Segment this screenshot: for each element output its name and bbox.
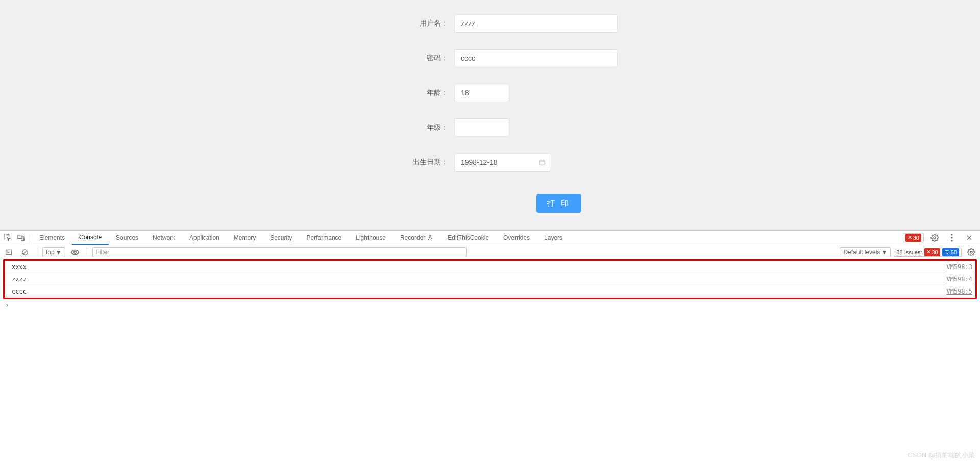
tab-application[interactable]: Application <box>182 231 227 245</box>
label-grade: 年级： <box>286 123 454 132</box>
row-submit: 打 印 <box>286 194 694 213</box>
label-password: 密码： <box>286 54 454 63</box>
separator <box>37 248 37 257</box>
input-age[interactable] <box>454 84 509 102</box>
tab-console[interactable]: Console <box>72 231 109 245</box>
console-row[interactable]: cccc VM598:5 <box>5 285 975 298</box>
more-icon[interactable] <box>945 231 959 245</box>
context-selector[interactable]: top ▼ <box>42 247 65 257</box>
input-grade[interactable] <box>454 118 509 137</box>
sidebar-toggle-icon[interactable] <box>2 246 15 259</box>
device-toggle-icon[interactable] <box>14 231 28 245</box>
close-icon[interactable] <box>963 231 976 245</box>
issues-info-badge: 🗨 58 <box>942 248 959 256</box>
row-birth: 出生日期： 1998-12-18 <box>286 153 694 172</box>
separator <box>30 233 30 242</box>
svg-point-8 <box>934 237 936 239</box>
devtools-tabs: Elements Console Sources Network Applica… <box>32 231 900 245</box>
issues-label: 88 Issues: <box>896 249 922 255</box>
label-age: 年龄： <box>286 88 454 98</box>
levels-label: Default levels <box>843 249 880 256</box>
separator <box>87 248 87 257</box>
console-source-link[interactable]: VM598:4 <box>946 276 972 283</box>
tab-recorder[interactable]: Recorder <box>393 231 440 245</box>
error-pill[interactable]: ✕ 30 <box>903 233 924 242</box>
input-birth-wrap[interactable]: 1998-12-18 <box>454 153 551 172</box>
console-row[interactable]: xxxx VM598:3 <box>5 261 975 273</box>
tab-security[interactable]: Security <box>263 231 299 245</box>
svg-point-19 <box>970 251 972 253</box>
error-count: 30 <box>913 235 919 241</box>
tab-performance[interactable]: Performance <box>300 231 349 245</box>
issues-error-badge: ✕ 30 <box>924 248 940 256</box>
label-birth: 出生日期： <box>286 158 454 167</box>
tab-lighthouse[interactable]: Lighthouse <box>349 231 393 245</box>
issues-pill[interactable]: 88 Issues: ✕ 30 🗨 58 <box>894 248 962 257</box>
console-toolbar: top ▼ Filter Default levels ▼ 88 Issues:… <box>0 245 980 259</box>
chevron-down-icon: ▼ <box>56 249 62 256</box>
label-username: 用户名： <box>286 19 454 28</box>
levels-selector[interactable]: Default levels ▼ <box>840 247 891 257</box>
console-message: zzzz <box>12 276 27 283</box>
tab-overrides[interactable]: Overrides <box>496 231 537 245</box>
svg-point-10 <box>951 237 952 238</box>
error-badge: ✕ 30 <box>905 234 921 242</box>
console-row[interactable]: zzzz VM598:4 <box>5 273 975 285</box>
devtools-panel: Elements Console Sources Network Applica… <box>0 230 980 311</box>
input-password[interactable] <box>454 49 618 67</box>
context-label: top <box>46 249 55 256</box>
tab-recorder-label: Recorder <box>400 234 425 241</box>
issues-info-count: 58 <box>951 249 957 255</box>
console-message: cccc <box>12 288 27 295</box>
filter-placeholder: Filter <box>96 249 110 256</box>
tab-sources[interactable]: Sources <box>109 231 145 245</box>
console-prompt[interactable]: › <box>0 299 980 311</box>
annotation-highlight: xxxx VM598:3 zzzz VM598:4 cccc VM598:5 <box>3 259 977 299</box>
devtools-tabbar: Elements Console Sources Network Applica… <box>0 231 980 245</box>
inspect-icon[interactable] <box>1 231 14 245</box>
calendar-icon <box>538 159 546 166</box>
svg-line-17 <box>23 250 27 254</box>
issues-error-count: 30 <box>932 249 938 255</box>
tab-layers[interactable]: Layers <box>537 231 570 245</box>
live-expression-icon[interactable] <box>68 246 82 259</box>
tab-editthiscookie[interactable]: EditThisCookie <box>440 231 496 245</box>
print-button[interactable]: 打 印 <box>536 194 581 213</box>
console-source-link[interactable]: VM598:3 <box>946 263 972 271</box>
console-source-link[interactable]: VM598:5 <box>946 288 972 295</box>
row-password: 密码： <box>286 49 694 67</box>
svg-point-9 <box>951 234 952 235</box>
svg-point-11 <box>951 240 952 241</box>
filter-input[interactable]: Filter <box>92 247 467 257</box>
console-message: xxxx <box>12 263 27 271</box>
input-birth-value: 1998-12-18 <box>461 158 498 166</box>
tab-elements[interactable]: Elements <box>32 231 72 245</box>
svg-rect-0 <box>540 160 545 165</box>
form: 用户名： 密码： 年龄： 年级： 出生日期： 1998-12-18 打 <box>0 6 980 221</box>
svg-point-18 <box>74 251 76 253</box>
tab-memory[interactable]: Memory <box>227 231 263 245</box>
flask-icon <box>427 235 433 241</box>
clear-console-icon[interactable] <box>18 246 32 259</box>
settings-icon[interactable] <box>928 231 941 245</box>
chevron-down-icon: ▼ <box>881 249 887 256</box>
row-username: 用户名： <box>286 14 694 33</box>
console-settings-icon[interactable] <box>965 246 978 259</box>
input-username[interactable] <box>454 14 618 33</box>
row-age: 年龄： <box>286 84 694 102</box>
console-output: xxxx VM598:3 zzzz VM598:4 cccc VM598:5 › <box>0 259 980 311</box>
devtools-right-controls: ✕ 30 <box>900 231 979 245</box>
row-grade: 年级： <box>286 118 694 137</box>
page-content: 用户名： 密码： 年龄： 年级： 出生日期： 1998-12-18 打 <box>0 0 980 230</box>
tab-network[interactable]: Network <box>145 231 182 245</box>
